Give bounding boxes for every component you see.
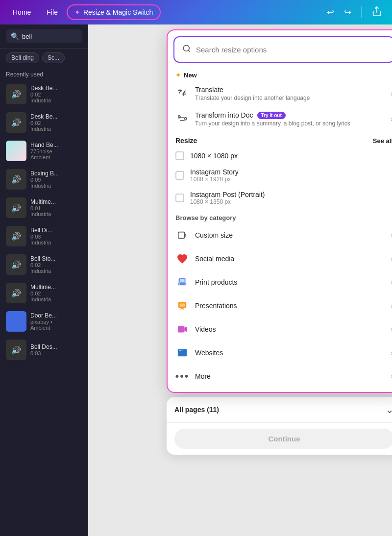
share-btn[interactable] [368,4,386,21]
sidebar: 🔍 Bell ding Sc... Recently used 🔊 Desk B… [0,24,88,536]
sidebar-section-title: Recently used [0,67,88,80]
resize-magic-switch-btn[interactable]: ✦ Resize & Magic Switch [67,4,161,20]
resize-item-1[interactable]: Instagram Story 1080 × 1920 px [168,164,392,187]
resize-dropdown-panel: ✦ New Translate Translate your design in… [167,29,392,393]
bottom-panel: All pages (11) ⌄ Continue [167,397,392,455]
list-item[interactable]: Hand Be... 775noise Ambient [0,137,88,165]
category-item-custom-size[interactable]: Custom size › [168,223,392,247]
category-item-presentations[interactable]: Presentations › [168,294,392,317]
category-label-videos: Videos [195,325,385,333]
browse-by-category-title: Browse by category [168,209,392,223]
avatar [6,311,26,332]
category-label-custom-size: Custom size [195,231,385,239]
category-item-more[interactable]: ••• More › [168,365,392,388]
home-nav-btn[interactable]: Home [6,5,38,19]
svg-rect-5 [180,284,184,285]
svg-point-0 [183,45,189,51]
top-nav: Home File ✦ Resize & Magic Switch ↩ ↪ [0,0,392,24]
category-item-websites[interactable]: Websites › [168,341,392,365]
resize-section-title: Resize [175,137,197,145]
all-pages-label: All pages (11) [174,406,219,414]
category-label-presentations: Presentations [195,302,385,310]
videos-icon [175,322,189,336]
svg-rect-7 [180,303,185,306]
redo-btn[interactable]: ↪ [340,5,355,20]
search-bar[interactable] [173,36,392,63]
list-item[interactable]: 🔊 Multime... 0:02 Industria [0,279,88,307]
sidebar-tag-1[interactable]: Sc... [42,52,65,63]
svg-point-13 [182,350,183,351]
panel-content: ✦ New Translate Translate your design in… [168,63,392,392]
sidebar-search-input[interactable] [22,33,77,40]
new-section-label: ✦ New [168,67,392,81]
main-area: 🔍 Bell ding Sc... Recently used 🔊 Desk B… [0,24,392,536]
svg-rect-2 [178,232,185,239]
websites-icon [175,346,189,360]
avatar: 🔊 [6,169,26,190]
category-label-print-products: Print products [195,278,385,286]
avatar: 🔊 [6,84,26,104]
search-resize-input[interactable] [196,46,386,54]
resize-sparkle-icon: ✦ [74,8,80,16]
resize-item-2[interactable]: Instagram Post (Portrait) 1080 × 1350 px [168,187,392,209]
svg-point-12 [180,350,181,351]
print-products-icon [175,275,189,289]
avatar: 🔊 [6,197,26,218]
category-label-websites: Websites [195,349,385,357]
see-all-link[interactable]: See all [373,137,392,145]
list-item[interactable]: 🔊 Desk Be... 0:02 Industria [0,108,88,137]
sidebar-search-area: 🔍 [0,24,88,49]
translate-menu-item[interactable]: Translate Translate your design into ano… [168,81,392,106]
transform-doc-title: Transform into Doc Try it out [195,111,385,119]
try-it-out-badge: Try it out [257,112,286,119]
category-label-social-media: Social media [195,255,385,263]
sparkle-icon: ✦ [175,72,181,79]
resize-item-0[interactable]: 1080 × 1080 px [168,147,392,164]
social-media-icon [175,252,189,266]
avatar: 🔊 [6,112,26,133]
transform-doc-subtitle: Turn your design into a summary, a blog … [195,120,385,127]
sidebar-tags: Bell ding Sc... [0,49,88,67]
sidebar-tag-0[interactable]: Bell ding [6,52,39,63]
svg-line-1 [188,50,190,51]
list-item[interactable]: Door Be... pixabay • Ambient [0,307,88,336]
all-pages-bar[interactable]: All pages (11) ⌄ [167,397,392,423]
sidebar-search-box[interactable]: 🔍 [6,29,82,43]
list-item[interactable]: 🔊 Multime... 0:01 Industria [0,194,88,222]
list-item[interactable]: 🔊 Boxing B... 0:09 Industria [0,165,88,194]
canvas-area: ✦ New Translate Translate your design in… [88,24,392,536]
checkbox-2[interactable] [175,194,184,202]
undo-btn[interactable]: ↩ [323,5,338,20]
checkbox-1[interactable] [175,171,184,180]
avatar: 🔊 [6,283,26,303]
file-nav-btn[interactable]: File [40,5,65,19]
svg-rect-8 [178,326,185,333]
translate-subtitle: Translate your design into another langu… [195,95,385,101]
list-item[interactable]: 🔊 Bell Di... 0:03 Industria [0,222,88,250]
presentations-icon [175,299,189,313]
checkbox-0[interactable] [175,151,184,160]
list-item[interactable]: 🔊 Desk Be... 0:02 Industria [0,80,88,108]
avatar: 🔊 [6,226,26,246]
list-item[interactable]: 🔊 Bell Sto... 0:02 Industria [0,250,88,279]
more-icon: ••• [175,369,189,383]
transform-doc-menu-item[interactable]: Transform into Doc Try it out Turn your … [168,106,392,132]
resize-section-header: Resize See all [168,132,392,147]
svg-point-11 [179,350,180,351]
category-item-social-media[interactable]: Social media › [168,247,392,270]
nav-divider [361,6,362,18]
avatar [6,141,26,161]
avatar: 🔊 [6,254,26,275]
continue-button[interactable]: Continue [174,429,392,449]
transform-doc-icon [175,112,189,126]
search-icon [182,44,191,55]
sidebar-search-icon: 🔍 [11,32,19,40]
category-label-more: More [195,372,385,380]
category-item-print-products[interactable]: Print products › [168,270,392,294]
list-item[interactable]: 🔊 Bell Des... 0:03 [0,336,88,364]
category-item-videos[interactable]: Videos › [168,317,392,341]
chevron-down-icon: ⌄ [386,404,392,415]
translate-icon [175,87,189,100]
custom-size-icon [175,228,189,242]
translate-title: Translate [195,86,385,94]
